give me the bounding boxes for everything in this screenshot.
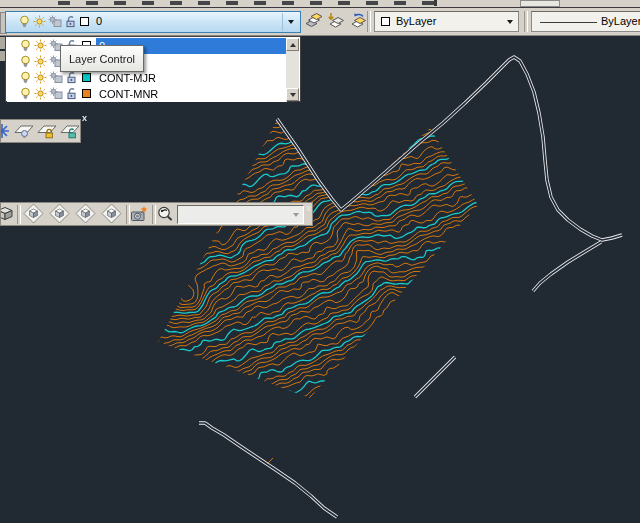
thaw-freeze-icon [34,55,47,70]
layer-previous-button[interactable] [347,10,368,32]
toolbar-icon-fragment [254,1,266,5]
partial-toolbar-top [0,0,640,8]
toolbar-icon-fragment [338,1,350,5]
toolbar-icon-fragment [310,1,322,5]
layer-properties-button[interactable] [303,10,324,32]
layer-row[interactable]: CONT-MNR [7,86,287,102]
color-combo-value: ByLayer [396,15,436,27]
color-control-combo[interactable]: ByLayer [374,11,519,32]
layer-off-button[interactable] [13,121,35,142]
freeze-partial-icon [1,123,10,141]
make-object-layer-current-icon [327,12,345,30]
layer-on-icon [18,15,31,31]
box-partial-button[interactable] [1,204,14,225]
sw-isometric-button[interactable] [21,204,45,225]
nw-isometric-icon [101,204,122,225]
thaw-freeze-icon [34,39,47,54]
layer-previous-icon [349,12,367,30]
thaw-freeze-icon [34,71,47,86]
scrollbar[interactable] [286,38,299,101]
layer-off-icon [13,122,35,142]
toolbar-icon-fragment [198,1,210,5]
toolbar-icon-fragment [114,1,126,5]
layer-dropdown-list[interactable]: 0CONT-MJRCONT-MNR [5,36,301,102]
layer-color-swatch [82,73,91,82]
toolbar-icon-fragment [394,1,406,5]
chevron-down-icon [293,213,299,217]
layer-combo-dropdown-button[interactable] [282,13,299,31]
camera-icon [130,205,149,225]
view-toolbar [0,202,313,226]
view-toolbar-close-button[interactable]: x [306,204,311,213]
scroll-down-button[interactable] [286,88,299,101]
linetype-control-combo[interactable]: ByLayer [531,11,640,32]
freeze-partial-button[interactable] [1,121,10,142]
arrow-down-icon [290,93,296,97]
current-layer-name: 0 [96,15,102,27]
object-properties-toolbar: 0 ByLayer ByLayer [0,8,640,36]
layer-on-icon [19,55,32,71]
vp-freeze-icon [49,71,63,86]
layers2-toolbar [0,119,81,143]
vp-freeze-icon [48,15,62,30]
layer-on-icon [19,87,32,103]
chevron-down-icon [288,20,294,24]
layer-name: CONT-MJR [96,70,290,86]
toolbar-icon-fragment [170,1,182,5]
layer-on-icon [19,71,32,87]
tooltip-text: Layer Control [69,53,135,65]
toolbar-icon-fragment [226,1,238,5]
layer-color-swatch [80,17,89,26]
layer-properties-icon [305,12,323,30]
thaw-freeze-icon [34,87,47,102]
layer-row[interactable] [7,54,287,70]
chevron-down-icon [507,20,513,24]
toolbar-icon-fragment [282,1,294,5]
toolbar-separator-fragment [434,0,437,6]
thaw-freeze-icon [33,15,46,30]
toolbar-icon-fragment [142,1,154,5]
toolbar-icon-fragment [58,1,70,5]
unlock-icon [66,71,80,87]
toolbar-separator [524,11,528,32]
toolbar-separator [367,11,371,32]
zoom-previous-icon [156,205,175,225]
toolbar-icon-fragment [422,1,434,5]
layer-row[interactable]: 0 [7,38,287,54]
ne-isometric-icon [75,204,96,225]
make-object-layer-current-button[interactable] [325,10,346,32]
layer-color-swatch [82,89,91,98]
linetype-combo-value: ByLayer [601,15,640,27]
zoom-previous-button[interactable] [155,204,176,225]
lock-layer-button[interactable] [36,121,58,142]
vp-freeze-icon [49,87,63,102]
autocad-window: 0 ByLayer ByLayer 0CONT-MJRCONT-MNR Laye… [0,0,640,523]
arrow-up-icon [290,43,296,47]
unlock-layer-button[interactable] [59,121,81,142]
tooltip: Layer Control [60,45,144,72]
scroll-up-button[interactable] [286,38,299,51]
unlock-icon [65,15,79,31]
color-swatch [381,17,390,26]
unlock-icon [66,87,80,103]
toolbar-icon-fragment [366,1,378,5]
sw-isometric-icon [23,204,44,225]
se-isometric-button[interactable] [47,204,71,225]
named-view-combo[interactable] [177,205,304,224]
toolbar-icon-fragment [86,1,98,5]
lock-layer-icon [36,122,58,142]
layer-control-combo[interactable]: 0 [5,11,301,33]
layer-on-icon [19,39,32,55]
toolbar-button-fragment [520,0,560,7]
layer-row[interactable]: CONT-MJR [7,70,287,86]
linetype-sample-line [540,22,597,23]
layers2-close-button[interactable]: x [82,114,87,123]
nw-isometric-button[interactable] [99,204,123,225]
layer-name: CONT-MNR [96,86,290,102]
camera-button[interactable] [129,204,150,225]
se-isometric-icon [49,204,70,225]
ne-isometric-button[interactable] [73,204,97,225]
unlock-layer-icon [59,122,81,142]
box-partial-icon [1,205,14,224]
